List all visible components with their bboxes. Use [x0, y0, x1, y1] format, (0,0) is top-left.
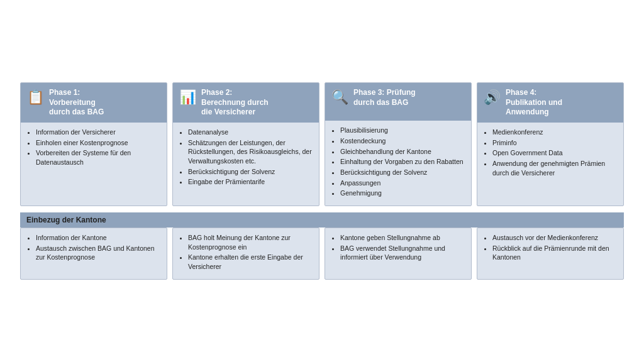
- speaker-icon: 🔊: [484, 89, 501, 106]
- phase-title-phase1: Phase 1: Vorbereitung durch das BAG: [49, 88, 104, 118]
- list-item: Anwendung der genehmigten Prämien durch …: [492, 159, 617, 177]
- phase-header-phase3: 🔍Phase 3: Prüfung durch das BAG: [325, 83, 471, 121]
- main-container: 📋Phase 1: Vorbereitung durch das BAGInfo…: [20, 76, 624, 286]
- list-item: Kostendeckung: [340, 136, 465, 146]
- list-item: Austausch zwischen BAG und Kantonen zur …: [36, 244, 160, 262]
- list-item: Schätzungen der Leistungen, der Rückstel…: [188, 138, 313, 166]
- phase-body-phase2: DatenanalyseSchätzungen der Leistungen, …: [173, 123, 319, 194]
- kantone-card-1: BAG holt Meinung der Kantone zur Kostenp…: [172, 228, 319, 280]
- kantone-card-0: Information der KantoneAustausch zwische…: [20, 228, 167, 280]
- list-item: Priminfo: [492, 138, 617, 148]
- list-item: Information der Versicherer: [36, 128, 160, 137]
- phases-row: 📋Phase 1: Vorbereitung durch das BAGInfo…: [20, 82, 624, 206]
- list-item: BAG verwendet Stellungnahme und informie…: [340, 244, 465, 262]
- list-item: Einhaltung der Vorgaben zu den Rabatten: [340, 157, 465, 167]
- phase-body-phase3: PlausibilisierungKostendeckungGleichbeha…: [325, 121, 471, 206]
- phase-title-phase3: Phase 3: Prüfung durch das BAG: [353, 88, 416, 107]
- list-item: Kantone geben Stellungnahme ab: [340, 233, 465, 243]
- list-item: Open Government Data: [492, 148, 617, 158]
- phase-card-phase3: 🔍Phase 3: Prüfung durch das BAGPlausibil…: [325, 82, 472, 206]
- phase-card-phase4: 🔊Phase 4: Publikation und AnwendungMedie…: [477, 82, 624, 206]
- search-icon: 🔍: [331, 89, 348, 106]
- list-item: Eingabe der Prämientarife: [188, 177, 313, 187]
- phase-card-phase1: 📋Phase 1: Vorbereitung durch das BAGInfo…: [20, 82, 167, 206]
- list-item: BAG holt Meinung der Kantone zur Kostenp…: [188, 233, 313, 251]
- chart-icon: 📊: [179, 89, 196, 106]
- list-item: Berücksichtigung der Solvenz: [340, 168, 465, 177]
- phase-header-phase1: 📋Phase 1: Vorbereitung durch das BAG: [21, 83, 167, 123]
- list-item: Medienkonferenz: [492, 128, 617, 137]
- phase-body-phase1: Information der VersichererEinholen eine…: [21, 123, 167, 175]
- kantone-card-3: Austausch vor der MedienkonferenzRückbli…: [477, 228, 624, 280]
- phase-title-phase2: Phase 2: Berechnung durch die Versichere…: [201, 88, 269, 118]
- kantone-divider: Einbezug der Kantone: [20, 212, 624, 228]
- list-item: Plausibilisierung: [340, 126, 465, 135]
- list-item: Berücksichtigung der Solvenz: [188, 167, 313, 177]
- phase-card-phase2: 📊Phase 2: Berechnung durch die Versicher…: [172, 82, 319, 206]
- list-item: Rückblick auf die Prämienrunde mit den K…: [492, 244, 617, 262]
- list-item: Austausch vor der Medienkonferenz: [492, 233, 617, 243]
- phase-header-phase4: 🔊Phase 4: Publikation und Anwendung: [477, 83, 623, 123]
- phase-body-phase4: MedienkonferenzPriminfoOpen Government D…: [477, 123, 623, 185]
- clipboard-icon: 📋: [27, 89, 44, 106]
- list-item: Einholen einer Kostenprognose: [36, 138, 160, 148]
- list-item: Information der Kantone: [36, 233, 160, 243]
- list-item: Vorbereiten der Systeme für den Datenaus…: [36, 148, 160, 167]
- list-item: Gleichbehandlung der Kantone: [340, 147, 465, 156]
- list-item: Kantone erhalten die erste Eingabe der V…: [188, 253, 313, 271]
- kantone-row: Information der KantoneAustausch zwische…: [20, 228, 624, 280]
- list-item: Anpassungen: [340, 178, 465, 188]
- phase-header-phase2: 📊Phase 2: Berechnung durch die Versicher…: [173, 83, 319, 123]
- list-item: Genehmigung: [340, 189, 465, 198]
- kantone-card-2: Kantone geben Stellungnahme abBAG verwen…: [325, 228, 472, 280]
- kantone-title: Einbezug der Kantone: [26, 216, 106, 224]
- list-item: Datenanalyse: [188, 128, 313, 137]
- phase-title-phase4: Phase 4: Publikation und Anwendung: [506, 88, 562, 118]
